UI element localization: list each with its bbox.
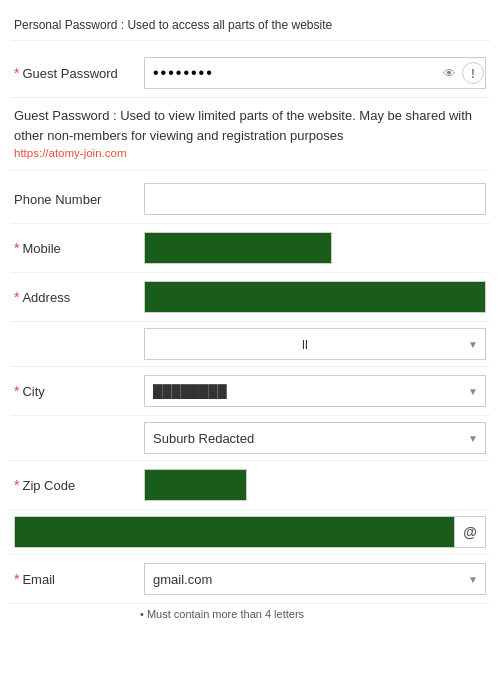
required-star-address: * bbox=[14, 289, 19, 305]
zip-code-input-col bbox=[144, 469, 486, 501]
state-select[interactable]: ll bbox=[144, 328, 486, 360]
address-row: * Address bbox=[10, 273, 490, 322]
personal-password-note: Personal Password : Used to access all p… bbox=[10, 10, 490, 41]
city-select[interactable]: ████████ bbox=[144, 375, 486, 407]
city-label: * City bbox=[14, 383, 144, 399]
phone-number-input[interactable] bbox=[144, 183, 486, 215]
guest-password-input-col: 👁 ! bbox=[144, 57, 486, 89]
mobile-label: * Mobile bbox=[14, 240, 144, 256]
mobile-row: * Mobile bbox=[10, 224, 490, 273]
required-star: * bbox=[14, 65, 19, 81]
exclamation-icon: ! bbox=[471, 66, 475, 81]
at-symbol: @ bbox=[454, 517, 485, 547]
suburb-row: Suburb Redacted ▼ bbox=[10, 416, 490, 461]
address-input[interactable] bbox=[144, 281, 486, 313]
required-star-zip: * bbox=[14, 477, 19, 493]
toggle-password-button[interactable]: 👁 bbox=[439, 64, 460, 83]
eye-icon: 👁 bbox=[443, 66, 456, 81]
guest-password-label: * Guest Password bbox=[14, 65, 144, 81]
guest-password-note: Guest Password : Used to view limited pa… bbox=[10, 98, 490, 171]
email-row: * Email gmail.com yahoo.com hotmail.com … bbox=[10, 555, 490, 604]
email-local-input[interactable] bbox=[15, 517, 454, 547]
state-row: ll ▼ bbox=[10, 322, 490, 367]
email-domain-col: gmail.com yahoo.com hotmail.com outlook.… bbox=[144, 563, 486, 595]
required-star-city: * bbox=[14, 383, 19, 399]
zip-code-row: * Zip Code bbox=[10, 461, 490, 510]
zip-code-label: * Zip Code bbox=[14, 477, 144, 493]
email-domain-select-wrapper: gmail.com yahoo.com hotmail.com outlook.… bbox=[144, 563, 486, 595]
email-label: * Email bbox=[14, 571, 144, 587]
city-input-col: ████████ ▼ bbox=[144, 375, 486, 407]
city-row: * City ████████ ▼ bbox=[10, 367, 490, 416]
mobile-input[interactable] bbox=[144, 232, 332, 264]
city-select-wrapper: ████████ ▼ bbox=[144, 375, 486, 407]
email-local-row: @ bbox=[10, 510, 490, 555]
address-input-col bbox=[144, 281, 486, 313]
address-label: * Address bbox=[14, 289, 144, 305]
mobile-input-col bbox=[144, 232, 486, 264]
phone-number-row: Phone Number bbox=[10, 175, 490, 224]
suburb-select-wrapper: Suburb Redacted ▼ bbox=[144, 422, 486, 454]
email-note: Must contain more than 4 letters bbox=[10, 604, 490, 624]
required-star-email: * bbox=[14, 571, 19, 587]
phone-number-input-col bbox=[144, 183, 486, 215]
password-wrapper: 👁 ! bbox=[144, 57, 486, 89]
email-domain-select[interactable]: gmail.com yahoo.com hotmail.com outlook.… bbox=[144, 563, 486, 595]
guest-password-row: * Guest Password 👁 ! bbox=[10, 49, 490, 98]
zip-code-input[interactable] bbox=[144, 469, 247, 501]
password-icons: 👁 ! bbox=[439, 62, 484, 84]
suburb-select[interactable]: Suburb Redacted bbox=[144, 422, 486, 454]
watermark-text: https://atomy-join.com bbox=[14, 147, 126, 159]
phone-number-label: Phone Number bbox=[14, 192, 144, 207]
required-star-mobile: * bbox=[14, 240, 19, 256]
form-container: Personal Password : Used to access all p… bbox=[0, 10, 500, 624]
guest-password-input[interactable] bbox=[144, 57, 486, 89]
password-alert-button[interactable]: ! bbox=[462, 62, 484, 84]
state-select-wrapper: ll ▼ bbox=[144, 328, 486, 360]
email-local-wrapper: @ bbox=[14, 516, 486, 548]
